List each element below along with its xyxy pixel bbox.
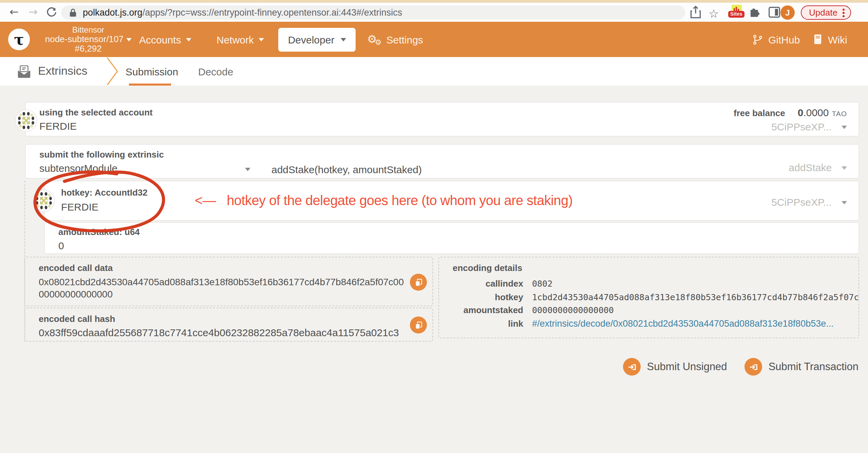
account-select-control[interactable]: free balance 0.0000 TAO 5CiPPseXP... xyxy=(734,107,847,133)
encoding-details-label: encoding details xyxy=(453,263,845,273)
submit-unsigned-button[interactable]: Submit Unsigned xyxy=(623,358,727,376)
share-icon[interactable] xyxy=(690,5,702,19)
submit-transaction-button[interactable]: Submit Transaction xyxy=(745,358,858,376)
copy-icon xyxy=(414,277,423,287)
wiki-link[interactable]: Wiki xyxy=(812,22,847,57)
back-icon[interactable]: ← xyxy=(10,3,19,22)
copy-call-hash-button[interactable] xyxy=(410,316,427,333)
call-signature: addStake(hotkey, amountStaked) xyxy=(271,164,422,175)
url-host: polkadot.js.org xyxy=(83,7,143,17)
page: ← → polkadot.js.org/apps/?rpc=wss://entr… xyxy=(0,0,868,453)
block-number: #6,292 xyxy=(37,44,139,54)
param-amount-value[interactable]: 0 xyxy=(58,240,858,251)
address-bar[interactable]: polkadot.js.org/apps/?rpc=wss://entrypoi… xyxy=(61,5,685,19)
settings-gears-icon: ⚙⚙ xyxy=(367,33,381,46)
copy-call-data-button[interactable] xyxy=(410,274,427,291)
node-label: node-subtensor/107 xyxy=(45,34,124,44)
side-panel-icon[interactable] xyxy=(768,6,780,18)
ferdie-identicon xyxy=(33,189,55,212)
submit-unsigned-label: Submit Unsigned xyxy=(647,361,727,373)
chevron-down-icon[interactable] xyxy=(842,126,847,129)
param-hotkey-address-short: 5CiPPseXP... xyxy=(771,196,832,208)
chain-selector[interactable]: Bittensor node-subtensor/107 #6,292 xyxy=(37,25,139,54)
ferdie-identicon xyxy=(15,109,37,132)
chevron-down-icon[interactable] xyxy=(245,168,250,171)
param-amount-label: amountStaked: u64 xyxy=(58,227,858,237)
param-hotkey-select-control[interactable]: 5CiPPseXP... xyxy=(771,196,847,209)
extrinsic-select-label: submit the following extrinsic xyxy=(39,149,858,160)
detail-row-callindex: callindex 0802 xyxy=(453,277,845,290)
extensions-puzzle-icon[interactable] xyxy=(748,6,761,19)
balance-unit: TAO xyxy=(832,109,847,117)
url-path: /apps/?rpc=wss://entrypoint-finney.opent… xyxy=(143,7,402,17)
submit-actions: Submit Unsigned Submit Transaction xyxy=(623,358,858,376)
extrinsics-form: using the selected account FERDIE free b… xyxy=(0,86,868,453)
nav-network[interactable]: Network xyxy=(216,22,264,57)
tab-decode[interactable]: Decode xyxy=(198,57,233,86)
param-amount-row: amountStaked: u64 0 xyxy=(44,222,859,254)
github-link[interactable]: GitHub xyxy=(752,22,800,57)
detail-row-hotkey: hotkey 1cbd2d43530a44705ad088af313e18f80… xyxy=(453,290,845,304)
detail-row-link: link #/extrinsics/decode/0x08021cbd2d435… xyxy=(453,317,845,330)
sites-extension-label: Sites xyxy=(728,11,744,18)
nav-network-label: Network xyxy=(216,34,254,45)
balance-frac: .0000 xyxy=(803,107,829,118)
balance-int: 0 xyxy=(798,107,804,118)
sign-in-icon xyxy=(623,358,641,376)
github-branch-icon xyxy=(752,34,763,45)
detail-row-amountstaked: amountstaked 0000000000000000 xyxy=(453,304,845,317)
sites-extension-chart xyxy=(731,5,741,12)
wiki-book-icon xyxy=(812,34,823,45)
extrinsic-select-row: submit the following extrinsic subtensor… xyxy=(25,144,859,179)
sign-in-icon xyxy=(745,358,762,376)
sites-extension-icon[interactable]: Sites xyxy=(728,5,745,18)
free-balance-label: free balance xyxy=(734,108,785,118)
tab-submission[interactable]: Submission xyxy=(126,57,178,86)
account-address-short: 5CiPPseXP... xyxy=(771,121,832,132)
encoded-call-hash-label: encoded call hash xyxy=(39,314,419,324)
nav-developer-label: Developer xyxy=(288,34,335,46)
encoded-call-data-label: encoded call data xyxy=(39,263,419,273)
update-button[interactable]: Update xyxy=(801,5,851,20)
app-header: τ Bittensor node-subtensor/107 #6,292 Ac… xyxy=(0,22,868,57)
extrinsics-mail-icon xyxy=(16,64,32,79)
annotation-arrow: <— xyxy=(195,193,216,208)
chevron-down-icon[interactable] xyxy=(842,167,847,170)
encoded-call-hash-value: 0x83ff59cdaaafd255687718c7741cce4b062328… xyxy=(39,327,419,338)
account-select-row: using the selected account FERDIE free b… xyxy=(25,102,859,137)
update-label: Update xyxy=(809,7,837,18)
chevron-down-icon xyxy=(186,38,191,41)
profile-avatar[interactable]: J xyxy=(780,5,795,20)
decode-link[interactable]: #/extrinsics/decode/0x08021cbd2d43530a44… xyxy=(532,317,834,330)
chevron-down-icon xyxy=(340,38,346,41)
nav-accounts-label: Accounts xyxy=(139,34,181,45)
nav-settings-label: Settings xyxy=(386,34,423,45)
encoded-call-data-box: encoded call data 0x08021cbd2d43530a4470… xyxy=(24,257,433,306)
bittensor-logo-glyph: τ xyxy=(14,32,24,47)
copy-icon xyxy=(414,320,423,330)
submit-transaction-label: Submit Transaction xyxy=(769,361,858,373)
page-title: Extrinsics xyxy=(38,57,87,86)
tab-bar: Extrinsics Submission Decode xyxy=(0,57,868,86)
encoded-call-data-value: 0x08021cbd2d43530a44705ad088af313e18f80b… xyxy=(39,276,405,300)
chain-name: Bittensor xyxy=(37,25,139,35)
encoded-call-hash-box: encoded call hash 0x83ff59cdaaafd2556877… xyxy=(24,308,433,342)
encoding-details-box: encoding details callindex 0802 hotkey 1… xyxy=(438,257,859,338)
bookmark-star-icon[interactable]: ☆ xyxy=(709,4,719,23)
call-select-control[interactable]: addStake xyxy=(789,162,847,174)
nav-settings[interactable]: ⚙⚙ Settings xyxy=(367,22,423,57)
browser-menu-icon[interactable] xyxy=(842,8,845,17)
nav-developer[interactable]: Developer xyxy=(278,28,356,52)
module-select[interactable]: subtensorModule xyxy=(39,162,117,174)
tab-divider xyxy=(105,57,120,86)
chevron-down-icon[interactable] xyxy=(842,201,847,205)
reload-icon[interactable] xyxy=(46,7,57,18)
window-top-strip xyxy=(0,0,868,3)
forward-icon[interactable]: → xyxy=(29,3,38,22)
nav-accounts[interactable]: Accounts xyxy=(139,22,191,57)
bittensor-logo[interactable]: τ xyxy=(8,29,30,50)
browser-toolbar: ← → polkadot.js.org/apps/?rpc=wss://entr… xyxy=(0,3,868,22)
annotation-text: <—hotkey of the delegate goes here (to w… xyxy=(195,193,572,209)
call-name: addStake xyxy=(789,162,832,173)
wiki-label: Wiki xyxy=(828,34,847,45)
